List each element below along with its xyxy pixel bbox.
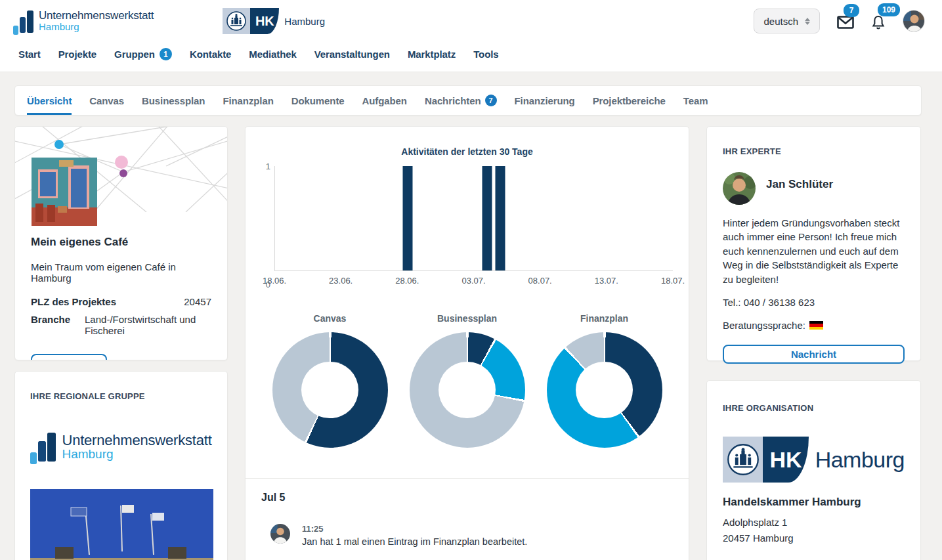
messages-button[interactable]: 7: [837, 16, 854, 32]
expert-phone: Tel.: 040 / 36138 623: [723, 297, 905, 308]
tab-projektbereiche[interactable]: Projektbereiche: [593, 86, 666, 115]
envelope-icon: [837, 16, 854, 29]
tab-nachrichten[interactable]: Nachrichten7: [425, 86, 497, 115]
language-label: Beratungssprache:: [723, 320, 805, 331]
tab-businessplan[interactable]: Businessplan: [142, 86, 205, 115]
message-expert-button[interactable]: Nachricht: [723, 345, 905, 364]
timeline-entry-text: Jan hat 1 mal einen Eintrag im Finanzpla…: [302, 536, 527, 547]
y-axis-tick: 1: [261, 162, 270, 171]
page-content: Übersicht Canvas Businessplan Finanzplan…: [0, 72, 942, 560]
x-axis-tick: 03.07.: [461, 276, 485, 286]
hk-abbr: HK: [763, 437, 808, 483]
project-tabs: Übersicht Canvas Businessplan Finanzplan…: [14, 85, 922, 116]
nav-item-marktplatz[interactable]: Marktplatz: [408, 49, 456, 60]
tab-canvas[interactable]: Canvas: [89, 86, 124, 115]
x-axis-tick: 08.07.: [528, 276, 552, 286]
tab-team[interactable]: Team: [683, 86, 708, 115]
messages-count-badge: 7: [844, 4, 859, 17]
hk-partner-logo[interactable]: HK Hamburg: [223, 8, 325, 34]
middle-column: Aktivitäten der letzten 30 Tage 1 0 18.0…: [245, 126, 689, 560]
nachrichten-count-badge: 7: [485, 95, 497, 106]
expert-name: Jan Schlüter: [766, 178, 833, 191]
hk-word: Hamburg: [284, 16, 325, 27]
activity-bar-chart: 1 0 18.06. 23.06. 28.06. 03.07. 08.07. 1…: [261, 166, 673, 286]
activity-card: Aktivitäten der letzten 30 Tage 1 0 18.0…: [245, 126, 689, 560]
finanzplan-donut-chart: [547, 332, 662, 448]
user-photo: [903, 11, 925, 32]
organisation-logo: HK Hamburg: [723, 437, 905, 483]
tab-finanzplan[interactable]: Finanzplan: [223, 86, 273, 115]
tab-aufgaben[interactable]: Aufgaben: [362, 86, 407, 115]
uw-logo[interactable]: Unternehmenswerkstatt Hamburg: [13, 9, 154, 33]
gruppen-count-badge: 1: [160, 48, 172, 60]
organisation-heading: IHRE ORGANISATION: [723, 403, 905, 413]
donut-title-finanzplan: Finanzplan: [580, 313, 628, 324]
brand-name: Unternehmenswerkstatt: [39, 10, 154, 22]
timeline-entry-time: 11:25: [302, 524, 527, 534]
user-avatar[interactable]: [903, 10, 925, 32]
x-axis: 18.06. 23.06. 28.06. 03.07. 08.07. 13.07…: [274, 271, 673, 286]
x-axis-tick: 28.06.: [395, 276, 419, 286]
nav-item-kontakte[interactable]: Kontakte: [190, 49, 231, 60]
project-card: Mein eigenes Café Mein Traum vom eigenen…: [14, 126, 228, 360]
timeline-entry: 11:25 Jan hat 1 mal einen Eintrag im Fin…: [261, 524, 673, 547]
project-title: Mein eigenes Café: [31, 236, 211, 249]
main-nav: Start Projekte Gruppen1 Kontakte Mediath…: [0, 42, 942, 72]
notifications-count-badge: 109: [878, 3, 900, 16]
tab-finanzierung[interactable]: Finanzierung: [515, 86, 575, 115]
edit-project-button[interactable]: Bearbeiten: [31, 354, 107, 360]
divider: [246, 478, 689, 479]
x-axis-tick: 13.07.: [595, 276, 618, 286]
right-column: IHR EXPERTE Jan Schlüter H: [706, 126, 921, 560]
donut-title-canvas: Canvas: [314, 313, 347, 324]
app-header: Unternehmenswerkstatt Hamburg HK Hamburg…: [0, 0, 942, 42]
nav-item-mediathek[interactable]: Mediathek: [249, 49, 296, 60]
x-axis-tick: 18.06.: [263, 276, 286, 286]
branche-label: Branche: [31, 314, 70, 336]
regional-group-logo: Unternehmenswerkstatt Hamburg: [30, 431, 212, 462]
tab-dokumente[interactable]: Dokumente: [291, 86, 345, 115]
nav-item-tools[interactable]: Tools: [473, 49, 498, 60]
sort-arrows-icon: [805, 18, 810, 25]
x-axis-tick: 18.07.: [661, 276, 685, 286]
project-photo: [32, 158, 97, 226]
timeline-day-heading: Jul 5: [261, 492, 673, 504]
notifications-button[interactable]: 109: [871, 15, 886, 33]
organisation-card: IHRE ORGANISATION: [706, 380, 921, 560]
regional-group-photo: [30, 489, 212, 560]
nav-item-veranstaltungen[interactable]: Veranstaltungen: [314, 49, 390, 60]
project-subtitle: Mein Traum vom eigenen Café in Hamburg: [31, 261, 211, 284]
businessplan-donut-chart: [410, 332, 525, 448]
uw-logo-icon: [30, 431, 56, 462]
canvas-donut-chart: [272, 332, 388, 448]
regional-group-heading: IHRE REGIONALE GRUPPE: [30, 391, 212, 401]
flag-de-icon: [809, 321, 823, 330]
nav-item-projekte[interactable]: Projekte: [58, 49, 96, 60]
timeline-avatar: [270, 524, 290, 544]
uw-logo-icon: [13, 9, 33, 33]
plz-label: PLZ des Projektes: [31, 296, 116, 307]
expert-heading: IHR EXPERTE: [723, 146, 905, 156]
tab-uebersicht[interactable]: Übersicht: [27, 86, 72, 115]
language-selector[interactable]: deutsch: [754, 9, 820, 33]
language-value: deutsch: [763, 16, 798, 27]
regional-group-card: IHRE REGIONALE GRUPPE Unternehmenswerkst…: [14, 371, 228, 560]
expert-card: IHR EXPERTE Jan Schlüter H: [706, 126, 921, 361]
bar-chart-title: Aktivitäten der letzten 30 Tage: [261, 146, 673, 157]
organisation-street: Adolphsplatz 1: [723, 517, 905, 528]
branche-value: Land-/Forstwirtschaft und Fischerei: [85, 314, 211, 336]
expert-avatar: [723, 172, 756, 205]
nav-item-gruppen[interactable]: Gruppen1: [114, 48, 172, 60]
organisation-name: Handelskammer Hamburg: [723, 496, 905, 509]
hk-crest-icon: [723, 437, 763, 483]
donut-title-businessplan: Businessplan: [437, 313, 497, 324]
x-axis-tick: 23.06.: [329, 276, 353, 286]
hk-crest-icon: [223, 8, 250, 34]
organisation-city: 20457 Hamburg: [723, 532, 905, 544]
plz-value: 20457: [184, 296, 211, 307]
nav-item-start[interactable]: Start: [18, 49, 41, 60]
hk-abbr: HK: [250, 8, 279, 34]
brand-region: Hamburg: [39, 22, 154, 32]
bell-icon: [871, 15, 886, 30]
left-column: Mein eigenes Café Mein Traum vom eigenen…: [14, 126, 228, 560]
